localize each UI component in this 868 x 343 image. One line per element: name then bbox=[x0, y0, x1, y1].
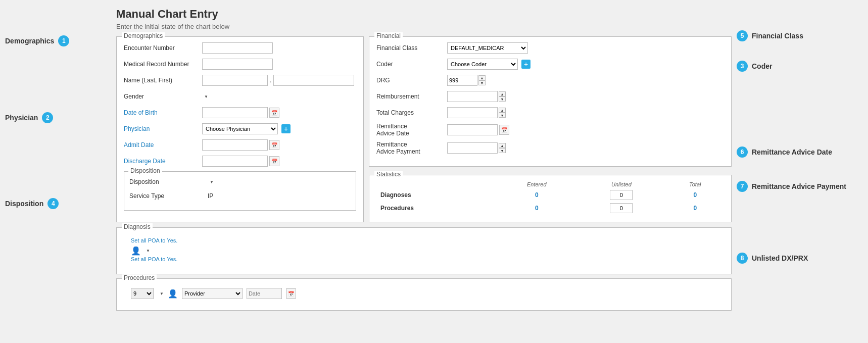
demographics-panel: Demographics Encounter Number Medical Re… bbox=[116, 36, 364, 222]
total-charges-input[interactable] bbox=[447, 107, 498, 118]
statistics-table: Entered Unlisted Total Diagnoses 0 0 bbox=[376, 180, 724, 215]
financial-class-row: Financial Class DEFAULT_MEDICAR bbox=[376, 42, 724, 54]
physician-row: Physician Choose Physician + bbox=[124, 123, 356, 135]
remittance-payment-spinner: ▲ ▼ bbox=[499, 143, 506, 153]
remittance-payment-input-group: ▲ ▼ bbox=[447, 142, 506, 154]
coder-input-group: Choose Coder + bbox=[447, 59, 531, 70]
dob-input[interactable] bbox=[202, 107, 268, 118]
mrn-input[interactable] bbox=[202, 59, 273, 70]
annotation-badge-1: 1 bbox=[58, 35, 69, 46]
remittance-payment-spinner-up[interactable]: ▲ bbox=[499, 143, 506, 148]
procedures-panel: Procedures 9 ▼ 👤 Provider 📅 bbox=[116, 278, 732, 311]
encounter-input[interactable] bbox=[202, 42, 273, 54]
disposition-label: Disposition bbox=[129, 178, 208, 185]
stats-diagnoses-unlisted-input[interactable] bbox=[610, 190, 633, 200]
dob-input-group: 📅 bbox=[202, 107, 279, 118]
annotation-financial-class: 5 Financial Class bbox=[737, 30, 868, 41]
reimbursement-spinner-up[interactable]: ▲ bbox=[499, 91, 506, 96]
remittance-date-input[interactable] bbox=[447, 124, 498, 135]
drg-spinner-down[interactable]: ▼ bbox=[478, 80, 486, 85]
physician-dropdown[interactable]: Choose Physician bbox=[202, 123, 278, 134]
diagnosis-panel: Diagnosis Set all POA to Yes. 👤 ▼ Set al… bbox=[116, 227, 732, 274]
annotation-label-remittance-payment: Remittance Advice Payment bbox=[752, 182, 846, 190]
annotation-badge-6: 6 bbox=[737, 146, 748, 158]
service-type-row: Service Type IP bbox=[129, 190, 351, 202]
gender-dropdown-icon[interactable]: ▼ bbox=[204, 94, 208, 99]
financial-class-dropdown[interactable]: DEFAULT_MEDICAR bbox=[447, 42, 528, 54]
disposition-subpanel: Disposition Disposition ▼ Service Type I… bbox=[124, 171, 356, 211]
top-section: Demographics Encounter Number Medical Re… bbox=[116, 36, 732, 222]
discharge-date-input[interactable] bbox=[202, 156, 268, 167]
disposition-row: Disposition ▼ bbox=[129, 176, 351, 188]
coder-row: Coder Choose Coder + bbox=[376, 58, 724, 70]
reimbursement-spinner-down[interactable]: ▼ bbox=[499, 96, 506, 102]
financial-panel: Financial Financial Class DEFAULT_MEDICA… bbox=[369, 36, 732, 167]
mrn-row: Medical Record Number bbox=[124, 58, 356, 70]
drg-input[interactable] bbox=[447, 75, 477, 86]
remittance-payment-input[interactable] bbox=[447, 142, 498, 154]
total-charges-spinner: ▲ ▼ bbox=[499, 108, 506, 118]
admit-date-label: Admit Date bbox=[124, 141, 202, 149]
main-content: Manual Chart Entry Enter the initial sta… bbox=[111, 0, 737, 343]
right-panels: Financial Financial Class DEFAULT_MEDICA… bbox=[369, 36, 732, 222]
reimbursement-label: Reimbursement bbox=[376, 93, 447, 100]
reimbursement-input[interactable] bbox=[447, 91, 498, 102]
reimbursement-input-group: ▲ ▼ bbox=[447, 91, 506, 102]
stats-diagnoses-total: 0 bbox=[666, 188, 724, 202]
statistics-legend: Statistics bbox=[374, 171, 403, 178]
provider-dropdown[interactable]: Provider bbox=[182, 288, 243, 299]
proc-calendar-icon[interactable]: 📅 bbox=[286, 288, 296, 299]
name-last-input[interactable] bbox=[202, 75, 268, 86]
annotation-label-coder: Coder bbox=[752, 62, 772, 70]
annotation-coder: 3 Coder bbox=[737, 61, 868, 72]
disposition-dropdown-icon[interactable]: ▼ bbox=[210, 180, 214, 184]
name-first-input[interactable] bbox=[273, 75, 354, 86]
drg-row: DRG ▲ ▼ bbox=[376, 74, 724, 86]
annotation-badge-7: 7 bbox=[737, 181, 748, 192]
total-charges-input-group: ▲ ▼ bbox=[447, 107, 506, 118]
discharge-date-label: Discharge Date bbox=[124, 158, 202, 165]
drg-label: DRG bbox=[376, 77, 447, 84]
stats-diagnoses-unlisted[interactable] bbox=[576, 188, 666, 202]
date-input[interactable] bbox=[247, 288, 282, 299]
drg-spinner-up[interactable]: ▲ bbox=[478, 75, 486, 80]
annotation-remittance-date: 6 Remittance Advice Date bbox=[737, 146, 868, 158]
remittance-date-calendar-icon[interactable]: 📅 bbox=[499, 125, 509, 135]
annotation-remittance-payment: 7 Remittance Advice Payment bbox=[737, 181, 868, 192]
admit-date-calendar-icon[interactable]: 📅 bbox=[269, 140, 279, 150]
remittance-payment-spinner-down[interactable]: ▼ bbox=[499, 148, 506, 153]
annotation-badge-2: 2 bbox=[42, 112, 53, 123]
annotation-badge-8: 8 bbox=[737, 253, 748, 264]
set-poa-top-link[interactable]: Set all POA to Yes. bbox=[131, 237, 177, 243]
set-poa-bottom-link[interactable]: Set all POA to Yes. bbox=[131, 256, 177, 262]
coder-dropdown[interactable]: Choose Coder bbox=[447, 59, 518, 70]
dob-row: Date of Birth 📅 bbox=[124, 107, 356, 119]
total-charges-spinner-up[interactable]: ▲ bbox=[499, 108, 506, 113]
stats-diagnoses-entered: 0 bbox=[497, 188, 576, 202]
diagnosis-dropdown-icon[interactable]: ▼ bbox=[146, 249, 150, 253]
disposition-legend: Disposition bbox=[128, 167, 162, 174]
add-physician-button[interactable]: + bbox=[281, 124, 291, 133]
stats-procedures-entered: 0 bbox=[497, 202, 576, 215]
demographics-legend: Demographics bbox=[122, 32, 165, 39]
diagnosis-icons-row: 👤 ▼ bbox=[131, 246, 717, 256]
total-charges-spinner-down[interactable]: ▼ bbox=[499, 113, 506, 118]
annotation-badge-5: 5 bbox=[737, 30, 748, 41]
annotation-unlisted: 8 Unlisted DX/PRX bbox=[737, 253, 868, 264]
stats-col-label bbox=[376, 180, 497, 188]
remittance-date-input-group: 📅 bbox=[447, 124, 509, 135]
stats-procedures-unlisted[interactable] bbox=[576, 202, 666, 215]
add-coder-button[interactable]: + bbox=[521, 60, 531, 69]
stats-procedures-label: Procedures bbox=[376, 202, 497, 215]
admit-date-input[interactable] bbox=[202, 139, 268, 151]
stats-procedures-unlisted-input[interactable] bbox=[610, 203, 633, 213]
page-subtitle: Enter the initial state of the chart bel… bbox=[116, 23, 732, 30]
discharge-date-calendar-icon[interactable]: 📅 bbox=[269, 156, 279, 166]
statistics-panel: Statistics Entered Unlisted Total bbox=[369, 175, 732, 222]
stats-procedures-total: 0 bbox=[666, 202, 724, 215]
annotations-left: Demographics 1 Physician 2 Disposition 4… bbox=[0, 0, 111, 343]
procedures-num-dropdown[interactable]: 9 bbox=[131, 288, 154, 299]
annotation-physician: Physician 2 bbox=[5, 112, 111, 123]
total-charges-label: Total Charges bbox=[376, 109, 447, 116]
dob-calendar-icon[interactable]: 📅 bbox=[269, 108, 279, 118]
